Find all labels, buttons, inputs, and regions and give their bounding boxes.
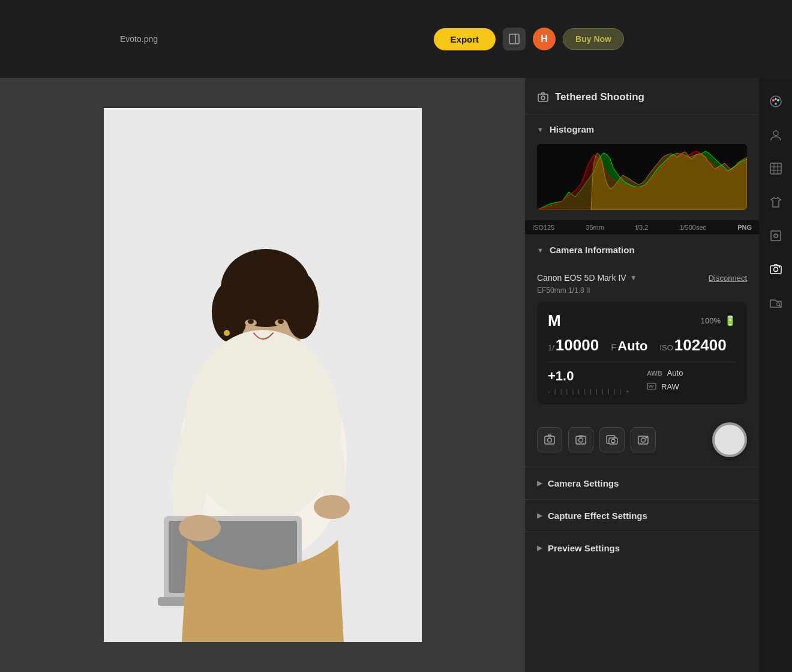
histogram-header[interactable]: ▼ Histogram — [525, 115, 759, 144]
svg-point-19 — [224, 330, 230, 336]
wb-value: Auto — [667, 368, 683, 377]
panel-title: Tethered Shooting — [555, 91, 644, 103]
portrait-icon[interactable] — [764, 124, 787, 146]
camera-settings-arrow: ▶ — [537, 479, 542, 487]
wb-raw-group: AWB Auto RAW — [647, 368, 736, 391]
shutter-value: 10000 — [556, 336, 599, 355]
right-panel: Tethered Shooting ▼ Histogram — [525, 78, 759, 672]
preview-settings-header[interactable]: ▶ Preview Settings — [525, 532, 759, 564]
svg-point-25 — [548, 438, 552, 442]
main-area: Tethered Shooting ▼ Histogram — [0, 78, 792, 672]
svg-rect-41 — [770, 163, 781, 174]
raw-icon-label — [647, 383, 656, 391]
iso-value: 102400 — [674, 336, 727, 355]
photo-subject — [104, 108, 422, 642]
histogram-section: ▼ Histogram ISO125 35mm f/3.2 — [525, 114, 759, 235]
camera-header-icon — [537, 91, 549, 103]
buy-now-button[interactable]: Buy Now — [563, 28, 624, 50]
aperture-value: Auto — [617, 338, 647, 354]
svg-point-37 — [777, 99, 779, 101]
aperture-label: f/3.2 — [635, 224, 648, 231]
camera-card: M 100% 🔋 1/ 10000 F Auto — [537, 302, 747, 404]
capture-effect-header[interactable]: ▶ Capture Effect Settings — [525, 500, 759, 532]
shutter-button[interactable] — [712, 422, 747, 457]
svg-line-52 — [779, 305, 781, 307]
camera-card-top: M 100% 🔋 — [548, 311, 736, 330]
camera-model-arrow: ▼ — [630, 274, 637, 282]
svg-point-17 — [248, 319, 254, 324]
svg-point-40 — [773, 131, 778, 136]
svg-point-51 — [776, 303, 779, 306]
svg-point-14 — [314, 495, 350, 519]
capture-effect-arrow: ▶ — [537, 512, 542, 520]
wb-row: AWB Auto — [647, 368, 736, 377]
camera-lens: EF50mm 1/1.8 II — [525, 286, 759, 302]
histogram-chart — [537, 144, 747, 210]
toggle-panel-button[interactable] — [503, 28, 526, 50]
camera-controls — [525, 414, 759, 467]
histogram-arrow: ▼ — [537, 126, 544, 133]
raw-row: RAW — [647, 382, 736, 391]
camera-info-section: ▼ Camera Information Canon EOS 5D Mark I… — [525, 235, 759, 467]
battery-pct: 100% — [701, 316, 721, 325]
histogram-label: Histogram — [550, 124, 594, 134]
iso-label: ISO125 — [532, 224, 554, 231]
clothing-icon[interactable] — [764, 191, 787, 214]
palette-icon[interactable] — [764, 90, 787, 113]
wb-label: AWB — [647, 370, 662, 377]
preview-settings-label: Preview Settings — [548, 543, 620, 553]
camera-params: 1/ 10000 F Auto ISO 102400 — [548, 336, 736, 355]
svg-rect-20 — [538, 94, 548, 101]
camera-settings-header[interactable]: ▶ Camera Settings — [525, 467, 759, 499]
texture-icon[interactable] — [764, 157, 787, 180]
tethered-camera-icon[interactable] — [764, 258, 787, 281]
disconnect-button[interactable]: Disconnect — [709, 274, 747, 283]
photo-canvas — [104, 108, 422, 642]
crop-icon[interactable] — [764, 224, 787, 247]
aperture-prefix: F — [611, 342, 616, 352]
ctrl-btn-2[interactable] — [568, 427, 593, 452]
camera-settings-section: ▶ Camera Settings — [525, 467, 759, 499]
mode-label: M — [548, 311, 561, 330]
exposure-scale: - | | | | | | | | | | | | + — [548, 388, 637, 395]
camera-model-name: Canon EOS 5D Mark IV ▼ — [537, 273, 637, 283]
iso-prefix: ISO — [659, 343, 673, 352]
camera-info-label: Camera Information — [550, 245, 635, 255]
camera-model-row: Canon EOS 5D Mark IV ▼ Disconnect — [525, 265, 759, 286]
ctrl-btn-1[interactable] — [537, 427, 562, 452]
svg-point-35 — [770, 96, 781, 107]
battery-icon: 🔋 — [724, 315, 736, 326]
iso-param: ISO 102400 — [659, 336, 726, 355]
svg-rect-24 — [545, 436, 554, 444]
svg-rect-26 — [576, 436, 586, 444]
svg-point-18 — [278, 319, 284, 324]
svg-point-27 — [579, 438, 583, 442]
camera-info-header[interactable]: ▼ Camera Information — [525, 235, 759, 265]
exposure-value: +1.0 — [548, 368, 637, 384]
shutter-param: 1/ 10000 — [548, 336, 599, 355]
svg-rect-46 — [771, 231, 781, 241]
ctrl-btn-4[interactable] — [631, 427, 656, 452]
panel-header: Tethered Shooting — [525, 78, 759, 114]
camera-extras: +1.0 - | | | | | | | | | | | | + AWB Aut… — [548, 368, 736, 395]
svg-point-38 — [775, 103, 777, 105]
raw-value: RAW — [661, 382, 679, 391]
svg-point-13 — [179, 515, 221, 541]
svg-point-33 — [641, 438, 646, 442]
browse-icon[interactable] — [764, 292, 787, 314]
ctrl-btn-3[interactable] — [599, 427, 625, 452]
preview-settings-section: ▶ Preview Settings — [525, 532, 759, 564]
photo-area — [0, 78, 525, 672]
export-button[interactable]: Export — [434, 28, 496, 50]
svg-point-21 — [541, 96, 545, 100]
shutter-label: 1/500sec — [679, 224, 706, 231]
svg-point-36 — [772, 99, 775, 101]
svg-rect-0 — [509, 34, 519, 44]
format-label: PNG — [737, 224, 752, 231]
aperture-param: F Auto — [611, 338, 647, 354]
svg-point-34 — [645, 436, 647, 439]
file-name: Evoto.png — [120, 34, 158, 44]
preview-settings-arrow: ▶ — [537, 544, 542, 552]
svg-point-7 — [285, 273, 319, 339]
user-avatar-button[interactable]: H — [533, 28, 556, 50]
